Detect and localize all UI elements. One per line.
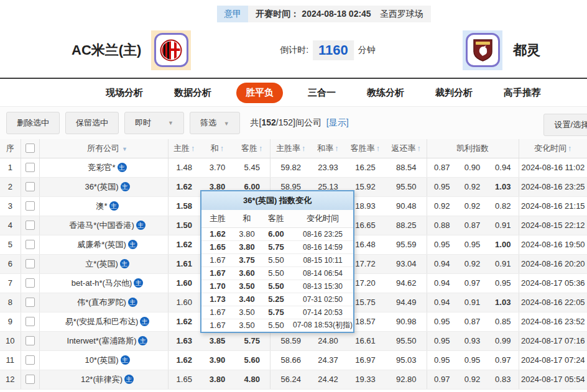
- return-rate-cell: 95.03: [386, 350, 427, 370]
- checkbox-cell: [21, 370, 39, 389]
- kelly-cell: 0.97: [488, 350, 519, 370]
- col-return-rate[interactable]: 返还率↑: [386, 139, 427, 158]
- settings-button[interactable]: 设置/选择: [543, 114, 587, 136]
- match-header: AC米兰(主): [0, 22, 587, 79]
- return-rate-cell: 88.25: [386, 216, 427, 235]
- company-name: 易*(安提瓜和巴布达): [65, 317, 139, 326]
- col-away-rate[interactable]: 客胜率↑: [344, 139, 386, 158]
- delete-selected-button[interactable]: 删除选中: [6, 112, 60, 134]
- company-name-cell[interactable]: 竞彩官*主: [39, 158, 168, 177]
- draw-rate-cell: 23.93: [312, 158, 344, 177]
- col-seq: 序: [0, 139, 21, 158]
- company-name-cell[interactable]: 易*(安提瓜和巴布达)主: [39, 312, 168, 331]
- row-checkbox[interactable]: [25, 182, 35, 191]
- time-filter-select[interactable]: 即时 ▼: [124, 112, 184, 134]
- row-checkbox[interactable]: [25, 336, 35, 345]
- company-name-cell[interactable]: 12*(菲律宾)主: [39, 370, 168, 389]
- row-checkbox[interactable]: [25, 221, 35, 230]
- home-odds-cell: 1.62: [168, 350, 200, 370]
- row-checkbox[interactable]: [25, 355, 35, 365]
- popup-home-cell: 1.65: [201, 240, 234, 253]
- col-change-time[interactable]: 变化时间↑: [519, 139, 587, 158]
- return-rate-cell: 95.59: [386, 235, 427, 254]
- league-badge[interactable]: 意甲: [217, 6, 248, 22]
- return-rate-cell: 92.80: [386, 370, 427, 389]
- company-name-cell[interactable]: 伟*(直布罗陀)主: [39, 293, 168, 312]
- row-checkbox[interactable]: [25, 201, 35, 211]
- tab-referee[interactable]: 裁判分析: [429, 83, 479, 103]
- row-checkbox[interactable]: [25, 375, 35, 384]
- return-rate-cell: 90.98: [386, 312, 427, 331]
- kelly-cell: 0.95: [488, 273, 519, 293]
- home-badge-icon: 主: [121, 355, 130, 365]
- popup-time-cell: 07-08 18:53(初指): [292, 319, 353, 332]
- popup-home-cell: 1.67: [201, 253, 234, 267]
- popup-col-home: 主胜: [201, 210, 234, 227]
- company-name-cell[interactable]: 澳*主: [39, 196, 168, 216]
- home-rate-cell: 56.24: [270, 370, 312, 389]
- tab-three-in-one[interactable]: 三合一: [302, 83, 342, 103]
- tab-expert[interactable]: 高手推荐: [497, 83, 547, 103]
- select-all-checkbox[interactable]: [25, 144, 35, 153]
- table-row: 1110*(英国)主1.623.905.6058.6624.3716.9795.…: [0, 350, 587, 370]
- return-rate-cell: 95.50: [386, 331, 427, 350]
- kelly-cell: 0.82: [488, 196, 519, 216]
- keep-selected-button[interactable]: 保留选中: [65, 112, 119, 134]
- company-name-cell[interactable]: Interwet*(塞浦路斯)主: [39, 331, 168, 350]
- col-draw-odds[interactable]: 和↑: [200, 139, 234, 158]
- row-checkbox[interactable]: [25, 240, 35, 249]
- kelly-cell: 0.99: [488, 331, 519, 350]
- home-odds-cell: 1.60: [168, 293, 200, 312]
- away-odds-cell: 4.80: [234, 370, 270, 389]
- kelly-cell: 0.83: [488, 370, 519, 389]
- col-company[interactable]: 所有公司▼: [39, 139, 168, 158]
- popup-time-cell: 07-31 02:50: [292, 293, 353, 306]
- company-name-cell[interactable]: 立*(英国)主: [39, 254, 168, 273]
- kelly-cell: 1.03: [488, 177, 519, 196]
- popup-table: 主胜 和 客胜 变化时间 1.623.806.0008-16 23:251.65…: [201, 210, 353, 332]
- home-odds-cell: 1.48: [168, 158, 200, 177]
- row-checkbox[interactable]: [25, 163, 35, 172]
- row-checkbox[interactable]: [25, 278, 35, 288]
- popup-away-cell: 5.75: [260, 306, 292, 319]
- col-home-rate[interactable]: 主胜率↑: [270, 139, 312, 158]
- sort-up-icon: ↑: [220, 144, 224, 153]
- checkbox-cell: [21, 235, 39, 254]
- popup-time-cell: 08-16 23:25: [292, 227, 353, 240]
- countdown-label: 倒计时:: [280, 45, 308, 56]
- home-odds-cell: 1.63: [168, 331, 200, 350]
- change-time-cell: 2024-08-16 11:02: [519, 158, 587, 177]
- tab-data[interactable]: 数据分析: [168, 83, 218, 103]
- filter-button[interactable]: 筛选 ▼: [190, 112, 240, 134]
- popup-away-cell: 5.50: [260, 253, 292, 267]
- popup-home-cell: 1.73: [201, 293, 234, 306]
- popup-title: 36*(英国) 指数变化: [201, 191, 353, 210]
- company-name-cell[interactable]: 香港马*(中国香港)主: [39, 216, 168, 235]
- col-home-odds[interactable]: 主胜↑: [168, 139, 200, 158]
- col-draw-rate[interactable]: 和率↑: [312, 139, 344, 158]
- show-link[interactable]: [显示]: [326, 117, 349, 127]
- row-checkbox[interactable]: [25, 298, 35, 307]
- checkbox-cell: [21, 273, 39, 293]
- row-checkbox[interactable]: [25, 259, 35, 268]
- home-rate-cell: 59.82: [270, 158, 312, 177]
- away-rate-cell: 19.33: [344, 370, 386, 389]
- home-badge-icon: 主: [140, 317, 149, 326]
- company-name-cell[interactable]: 36*(英国)主: [39, 177, 168, 196]
- table-row: 10Interwet*(塞浦路斯)主1.633.855.7558.5924.80…: [0, 331, 587, 350]
- company-name-cell[interactable]: 10*(英国)主: [39, 350, 168, 370]
- tab-coach[interactable]: 教练分析: [361, 83, 410, 103]
- col-away-odds[interactable]: 客胜↑: [234, 139, 270, 158]
- tab-wdl[interactable]: 胜平负: [236, 83, 283, 103]
- analysis-tabs-inner: 现场分析数据分析胜平负三合一教练分析裁判分析高手推荐: [99, 83, 547, 103]
- home-rate-cell: 58.59: [270, 331, 312, 350]
- row-checkbox[interactable]: [25, 317, 35, 326]
- tab-live[interactable]: 现场分析: [99, 83, 149, 103]
- popup-home-cell: 1.67: [201, 267, 234, 280]
- kelly-cell: 0.95: [427, 350, 457, 370]
- company-name-cell[interactable]: bet-at-h*(马尔他)主: [39, 273, 168, 293]
- company-name-cell[interactable]: 威廉希*(英国)主: [39, 235, 168, 254]
- home-badge-icon: 主: [118, 163, 127, 172]
- kelly-cell: 0.88: [427, 216, 457, 235]
- return-rate-cell: 94.49: [386, 293, 427, 312]
